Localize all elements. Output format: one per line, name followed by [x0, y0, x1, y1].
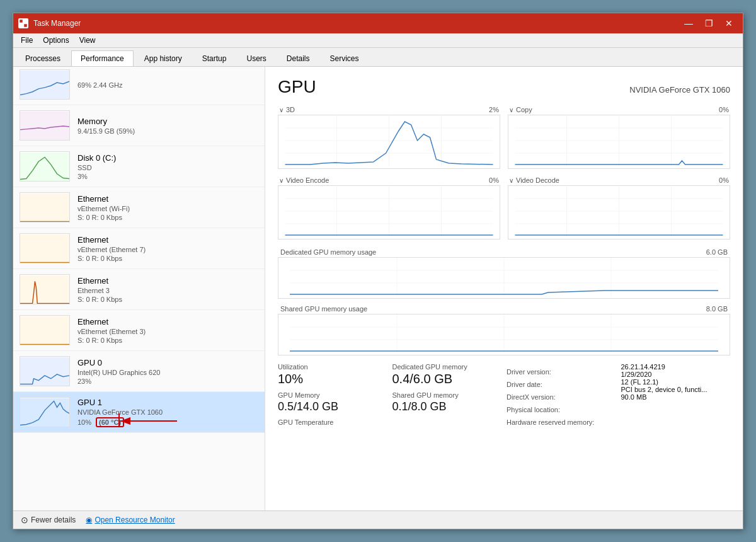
shared-label: Shared GPU memory usage [280, 305, 367, 313]
chart-encode-container: ∨ Video Encode 0% [278, 176, 500, 239]
gpu0-info: GPU 0 Intel(R) UHD Graphics 620 23% [77, 358, 258, 385]
sidebar-item-ethernet3[interactable]: Ethernet Ethernet 3 S: 0 R: 0 Kbps [13, 269, 265, 310]
tab-startup[interactable]: Startup [193, 50, 236, 66]
minimize-button[interactable]: — [680, 16, 697, 30]
app-icon [18, 18, 28, 28]
sidebar-item-ethernet1[interactable]: Ethernet vEthernet (Wi-Fi) S: 0 R: 0 Kbp… [13, 187, 265, 228]
ethernet1-sub1: vEthernet (Wi-Fi) [77, 205, 258, 212]
chart-encode [278, 185, 500, 239]
tab-details[interactable]: Details [277, 50, 319, 66]
driver-version-value: 26.21.14.4219 [621, 363, 731, 371]
ethernet4-name: Ethernet [77, 317, 258, 326]
directx-label: DirectX version: [507, 393, 616, 401]
gpu0-sub1: Intel(R) UHD Graphics 620 [77, 369, 258, 376]
svg-rect-2 [20, 24, 23, 27]
gpu-model: NVIDIA GeForce GTX 1060 [629, 85, 730, 95]
memory-sub: 9.4/15.9 GB (59%) [77, 127, 258, 135]
ethernet3-info: Ethernet Ethernet 3 S: 0 R: 0 Kbps [77, 276, 258, 303]
dedicated-label: Dedicated GPU memory usage [280, 248, 376, 256]
disk-thumb [20, 151, 70, 182]
disk-info: Disk 0 (C:) SSD 3% [77, 153, 258, 180]
stat-shared-memory-label: Shared GPU memory [392, 391, 502, 399]
hw-reserved-value: 90.0 MB [621, 393, 731, 401]
sidebar-item-ethernet4[interactable]: Ethernet vEthernet (Ethernet 3) S: 0 R: … [13, 310, 265, 351]
window-title: Task Manager [33, 19, 680, 28]
dedicated-label-row: Dedicated GPU memory usage 6.0 GB [278, 247, 730, 257]
gpu1-sub2: 10% (60 °C) [77, 417, 258, 427]
ethernet4-sub1: vEthernet (Ethernet 3) [77, 328, 258, 335]
tab-users[interactable]: Users [237, 50, 275, 66]
gpu0-name: GPU 0 [77, 358, 258, 367]
charts-row-2: ∨ Video Encode 0% [278, 176, 730, 239]
physical-loc-label: Physical location: [507, 406, 616, 413]
sidebar-item-disk[interactable]: Disk 0 (C:) SSD 3% [13, 146, 265, 187]
cpu-info: 69% 2.44 GHz [77, 80, 258, 89]
maximize-button[interactable]: ❐ [700, 16, 718, 30]
resource-monitor-label: Open Resource Monitor [94, 516, 175, 524]
sidebar-item-memory[interactable]: Memory 9.4/15.9 GB (59%) [13, 105, 265, 146]
stat-shared-memory-value: 0.1/8.0 GB [392, 400, 502, 413]
fewer-details-icon: ⊙ [21, 515, 28, 525]
chart-decode-container: ∨ Video Decode 0% [508, 176, 730, 239]
ethernet3-sub1: Ethernet 3 [77, 287, 258, 294]
dedicated-max: 6.0 GB [706, 248, 728, 256]
ethernet3-name: Ethernet [77, 276, 258, 285]
gpu-header: GPU NVIDIA GeForce GTX 1060 [278, 77, 730, 97]
tab-processes[interactable]: Processes [16, 50, 70, 66]
ethernet2-sub1: vEthernet (Ethernet 7) [77, 246, 258, 253]
chart-3d [278, 115, 500, 169]
svg-rect-9 [20, 234, 69, 263]
sidebar-item-gpu0[interactable]: GPU 0 Intel(R) UHD Graphics 620 23% [13, 351, 265, 392]
gpu0-thumb [20, 356, 70, 386]
stat-gpu-temp-label: GPU Temperature [278, 418, 387, 426]
stat-driver-values: 26.21.14.4219 1/29/2020 12 (FL 12.1) PCI… [621, 363, 731, 426]
tab-app-history[interactable]: App history [135, 50, 192, 66]
fewer-details-button[interactable]: ⊙ Fewer details [21, 515, 76, 525]
driver-date-label: Driver date: [507, 381, 616, 388]
ethernet4-sub2: S: 0 R: 0 Kbps [77, 337, 258, 344]
ethernet2-info: Ethernet vEthernet (Ethernet 7) S: 0 R: … [77, 235, 258, 262]
stat-gpu-memory-value: 0.5/14.0 GB [278, 400, 387, 413]
gpu1-sub1: NVIDIA GeForce GTX 1060 [77, 408, 258, 416]
driver-version-label: Driver version: [507, 368, 616, 376]
memory-thumb [20, 110, 70, 141]
sidebar-item-ethernet2[interactable]: Ethernet vEthernet (Ethernet 7) S: 0 R: … [13, 228, 265, 269]
dedicated-chart [278, 257, 730, 299]
stat-dedicated-value: 0.4/6.0 GB [392, 372, 502, 386]
stat-utilization: Utilization 10% GPU Memory 0.5/14.0 GB G… [278, 363, 387, 426]
svg-rect-12 [20, 316, 69, 345]
shared-label-row: Shared GPU memory usage 8.0 GB [278, 304, 730, 314]
svg-rect-14 [20, 357, 69, 386]
ethernet1-info: Ethernet vEthernet (Wi-Fi) S: 0 R: 0 Kbp… [77, 194, 258, 221]
svg-rect-7 [20, 193, 69, 222]
ethernet3-thumb [20, 274, 70, 304]
cpu-partial-sub: 69% 2.44 GHz [77, 81, 258, 89]
tab-performance[interactable]: Performance [71, 50, 134, 66]
close-button[interactable]: ✕ [720, 16, 738, 30]
gpu1-percent: 10% [77, 418, 91, 426]
chart-copy-label-row: ∨ Copy 0% [508, 106, 730, 113]
gpu-title: GPU [278, 77, 316, 97]
gpu0-sub2: 23% [77, 378, 258, 385]
ethernet2-name: Ethernet [77, 235, 258, 245]
sidebar-item-cpu-partial[interactable]: 69% 2.44 GHz [13, 67, 265, 105]
content-area: 69% 2.44 GHz Memory 9.4/15.9 GB (59%) [13, 67, 743, 510]
shared-chart [278, 314, 730, 355]
stat-dedicated-label: Dedicated GPU memory [392, 363, 502, 371]
chart-encode-label: ∨ Video Encode [279, 176, 329, 184]
svg-rect-15 [20, 398, 69, 427]
chart-decode-label: ∨ Video Decode [509, 176, 559, 184]
tab-services[interactable]: Services [321, 50, 369, 66]
svg-rect-4 [20, 71, 69, 100]
open-resource-monitor-link[interactable]: ◉ Open Resource Monitor [86, 516, 175, 524]
sidebar-item-gpu1[interactable]: GPU 1 NVIDIA GeForce GTX 1060 10% (60 °C… [13, 392, 265, 433]
ethernet3-sub2: S: 0 R: 0 Kbps [77, 296, 258, 303]
resource-monitor-icon: ◉ [86, 516, 92, 524]
menu-file[interactable]: File [16, 35, 38, 46]
menu-view[interactable]: View [74, 35, 101, 46]
chart-decode [508, 185, 730, 239]
chart-3d-label-row: ∨ 3D 2% [278, 106, 500, 113]
disk-name: Disk 0 (C:) [77, 153, 258, 163]
chart-3d-label: ∨ 3D [279, 106, 295, 113]
menu-options[interactable]: Options [38, 35, 74, 46]
